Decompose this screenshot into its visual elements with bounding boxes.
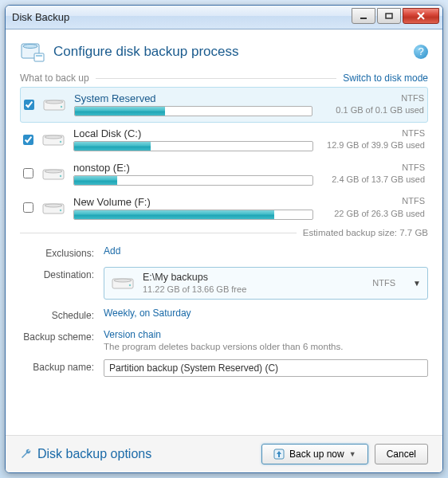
titlebar[interactable]: Disk Backup (6, 6, 442, 29)
schedule-link[interactable]: Weekly, on Saturday (104, 308, 191, 319)
section-header: What to back up Switch to disk mode (20, 72, 428, 84)
volume-usage: 22 GB of 26.3 GB used (321, 208, 425, 220)
backup-form: Exclusions: Add Destination: E:\My backu… (20, 245, 428, 385)
exclusions-add-link[interactable]: Add (104, 245, 120, 257)
volume-checkbox[interactable] (24, 100, 34, 110)
destination-selector[interactable]: E:\My backups 11.22 GB of 13.66 GB free … (104, 267, 428, 300)
svg-rect-1 (386, 14, 392, 18)
svg-point-21 (114, 279, 132, 282)
page-title: Configure disk backup process (53, 44, 406, 60)
scheme-link[interactable]: Version chain (104, 329, 161, 340)
disk-icon (42, 96, 66, 113)
divider (96, 78, 337, 79)
volume-usage: 0.1 GB of 0.1 GB used (320, 104, 424, 116)
destination-label: Destination: (20, 267, 104, 280)
maximize-button[interactable] (377, 8, 401, 24)
volume-fs: NTFS (321, 127, 425, 139)
volume-checkbox[interactable] (23, 202, 33, 213)
svg-point-22 (129, 284, 131, 286)
volume-name: Local Disk (C:) (73, 127, 313, 139)
close-button[interactable] (403, 8, 439, 24)
scheme-note: The program deletes backup versions olde… (104, 342, 428, 351)
svg-point-5 (23, 45, 37, 49)
volume-row[interactable]: Local Disk (C:) NTFS 12.9 GB of 39.9 GB … (20, 123, 428, 157)
backup-now-label: Back up now (289, 449, 344, 460)
page-header: Configure disk backup process ? (20, 39, 428, 65)
svg-point-10 (61, 106, 62, 108)
schedule-label: Schedule: (20, 308, 104, 321)
section-label: What to back up (20, 72, 89, 84)
destination-free: 11.22 GB of 13.66 GB free (143, 284, 364, 295)
usage-bar (73, 210, 313, 220)
destination-fs: NTFS (372, 278, 395, 288)
volume-fs: NTFS (320, 92, 424, 104)
switch-mode-link[interactable]: Switch to disk mode (343, 72, 428, 84)
volume-name: nonstop (E:) (73, 162, 313, 174)
scheme-label: Backup scheme: (20, 329, 104, 343)
volume-usage: 2.4 GB of 13.7 GB used (321, 174, 425, 186)
svg-rect-7 (36, 55, 42, 57)
volume-checkbox[interactable] (23, 168, 33, 178)
dropdown-arrow-icon: ▼ (349, 450, 356, 458)
usage-bar (73, 141, 313, 151)
backup-name-input[interactable] (104, 359, 428, 377)
cancel-button[interactable]: Cancel (375, 444, 428, 464)
svg-point-12 (45, 135, 62, 139)
svg-point-15 (45, 170, 62, 173)
volume-checkbox[interactable] (23, 135, 33, 145)
volume-name: System Reserved (74, 92, 312, 104)
volume-row[interactable]: System Reserved NTFS 0.1 GB of 0.1 GB us… (20, 87, 428, 123)
exclusions-label: Exclusions: (20, 245, 104, 259)
svg-point-16 (60, 175, 61, 177)
volume-row[interactable]: nonstop (E:) NTFS 2.4 GB of 13.7 GB used (20, 157, 428, 191)
minimize-button[interactable] (352, 8, 375, 24)
content-area: Configure disk backup process ? What to … (6, 29, 442, 435)
svg-point-9 (45, 100, 63, 104)
volume-list: System Reserved NTFS 0.1 GB of 0.1 GB us… (20, 87, 428, 225)
svg-rect-6 (34, 53, 44, 61)
window-title: Disk Backup (12, 11, 352, 23)
disk-icon (111, 274, 135, 292)
svg-rect-0 (360, 18, 367, 19)
volume-fs: NTFS (321, 195, 425, 207)
footer: Disk backup options Back up now ▼ Cancel (6, 435, 442, 472)
estimate-text: Estimated backup size: 7.7 GB (303, 228, 428, 237)
disk-backup-icon (20, 39, 45, 65)
svg-point-13 (60, 141, 61, 143)
usage-bar (73, 175, 313, 186)
volume-name: New Volume (F:) (73, 196, 313, 208)
usage-bar (74, 106, 312, 116)
backup-now-button[interactable]: Back up now ▼ (261, 444, 368, 464)
window-buttons (352, 8, 439, 24)
svg-point-18 (45, 204, 62, 207)
destination-path: E:\My backups (143, 271, 364, 284)
estimate-row: Estimated backup size: 7.7 GB (20, 228, 428, 237)
volume-row[interactable]: New Volume (F:) NTFS 22 GB of 26.3 GB us… (20, 190, 428, 225)
disk-icon (41, 131, 65, 148)
wrench-icon (20, 448, 33, 460)
arrow-up-icon (273, 449, 285, 460)
svg-point-19 (60, 210, 61, 211)
backup-name-label: Backup name: (20, 359, 104, 373)
disk-icon (41, 199, 65, 217)
disk-backup-options-link[interactable]: Disk backup options (37, 447, 151, 461)
disk-icon (41, 165, 65, 182)
help-icon[interactable]: ? (414, 45, 428, 59)
app-window: Disk Backup Configure disk backup proces… (5, 5, 443, 473)
chevron-down-icon: ▼ (413, 279, 421, 288)
volume-usage: 12.9 GB of 39.9 GB used (321, 139, 425, 151)
volume-fs: NTFS (321, 162, 425, 174)
